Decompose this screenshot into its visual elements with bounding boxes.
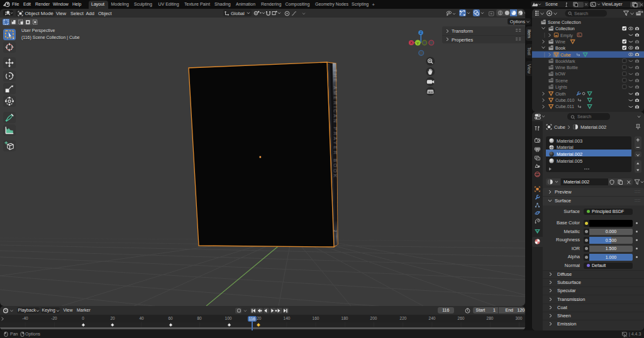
svg-text:Search: Search [574,11,588,15]
svg-text:Empty: Empty [560,33,573,38]
svg-text:Cube: Cube [560,52,571,57]
svg-text:Wine Bottle: Wine Bottle [555,65,578,70]
svg-text:Scene: Scene [555,78,568,82]
svg-text:Y: Y [416,41,419,45]
svg-text:bOW: bOW [555,72,565,76]
svg-text:Lights: Lights [555,85,567,90]
svg-text:Scene Collection: Scene Collection [548,20,581,25]
svg-text:Z: Z [419,31,422,35]
svg-text:Wine: Wine [555,40,565,44]
svg-text:Book: Book [555,46,565,50]
svg-text:Cube.011: Cube.011 [555,104,574,109]
svg-text:BookMark: BookMark [555,58,575,63]
svg-text:Cloth: Cloth [555,91,565,95]
svg-text:Collection: Collection [555,26,575,31]
svg-text:X: X [410,41,413,45]
svg-text:THE AMERICAN PRAYER BOOK: THE AMERICAN PRAYER BOOK [333,69,338,179]
svg-text:Cube.010: Cube.010 [555,98,574,102]
